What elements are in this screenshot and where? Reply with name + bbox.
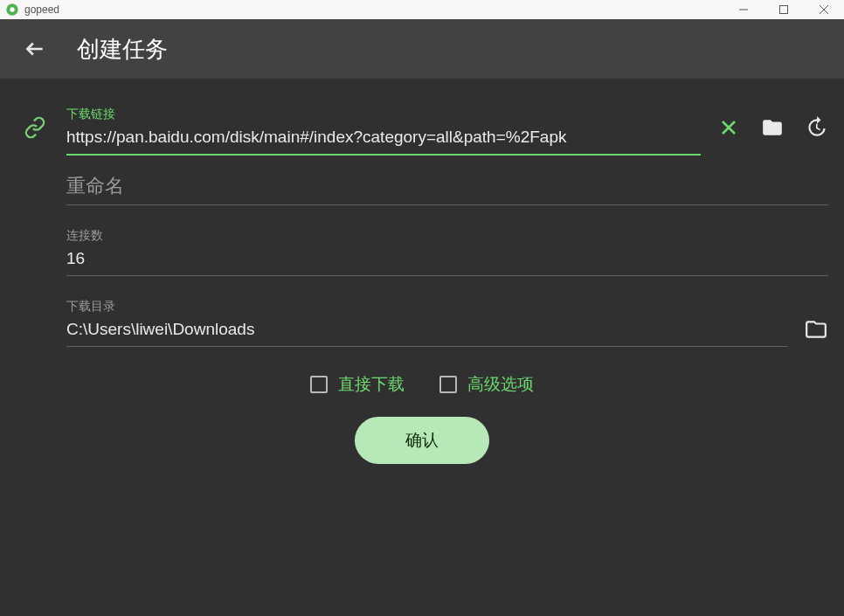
form-content: 下载链接 连接数 下载目录 <box>0 79 844 616</box>
link-icon <box>16 116 54 139</box>
options-row: 直接下载 高级选项 <box>16 373 828 396</box>
url-field: 下载链接 <box>66 100 701 156</box>
app-logo-icon <box>5 3 19 17</box>
confirm-row: 确认 <box>16 417 828 464</box>
window-close-button[interactable] <box>804 0 844 19</box>
direct-download-checkbox[interactable]: 直接下载 <box>310 373 405 396</box>
advanced-options-label: 高级选项 <box>467 373 534 396</box>
browse-folder-button[interactable] <box>804 317 828 342</box>
connections-row: 连接数 <box>16 221 828 276</box>
window-titlebar: gopeed <box>0 0 844 19</box>
rename-field <box>66 166 828 205</box>
checkbox-box-icon <box>310 376 328 393</box>
svg-rect-2 <box>780 6 788 14</box>
page-title: 创建任务 <box>77 34 168 65</box>
connections-input[interactable] <box>66 246 828 276</box>
path-label: 下载目录 <box>66 292 788 316</box>
url-actions <box>716 115 828 140</box>
history-button[interactable] <box>804 115 828 140</box>
url-input[interactable] <box>66 124 701 156</box>
clear-url-button[interactable] <box>716 115 741 140</box>
rename-input[interactable] <box>66 166 828 205</box>
window-controls <box>723 0 844 19</box>
direct-download-label: 直接下载 <box>338 373 405 396</box>
checkbox-box-icon <box>439 376 457 393</box>
path-field: 下载目录 <box>66 292 788 347</box>
connections-label: 连接数 <box>66 221 828 246</box>
path-row: 下载目录 <box>16 292 828 347</box>
advanced-options-checkbox[interactable]: 高级选项 <box>439 373 534 396</box>
url-label: 下载链接 <box>66 100 701 124</box>
path-input[interactable] <box>66 316 788 347</box>
window-minimize-button[interactable] <box>723 0 764 19</box>
window-maximize-button[interactable] <box>764 0 804 19</box>
url-row: 下载链接 <box>16 100 828 156</box>
open-file-button[interactable] <box>760 115 785 140</box>
rename-row <box>16 166 828 205</box>
back-button[interactable] <box>21 35 49 63</box>
page-header: 创建任务 <box>0 19 844 79</box>
app-name: gopeed <box>24 3 59 16</box>
confirm-button[interactable]: 确认 <box>355 417 489 464</box>
connections-field: 连接数 <box>66 221 828 276</box>
